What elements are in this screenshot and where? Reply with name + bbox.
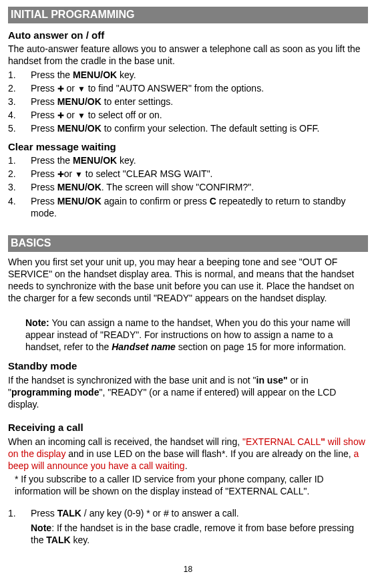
list-number: 3. <box>8 181 31 193</box>
list-item: 5. Press MENU/OK to confirm your selecti… <box>8 122 368 134</box>
note-label: Note: <box>25 317 49 328</box>
list-number: 1. <box>8 507 31 547</box>
list-text: Press MENU/OK again to confirm or press … <box>31 195 368 219</box>
para-receiving: When an incoming call is received, the h… <box>8 436 368 472</box>
plus-icon: ✚ <box>57 84 64 93</box>
list-text: Press ✚ or ▼ to find "AUTO ANSWER" from … <box>31 82 368 94</box>
para-standby: If the handset is synchronized with the … <box>8 374 368 411</box>
plus-icon: ✚ <box>57 170 64 179</box>
list-text: Press TALK / any key (0-9) * or # to ans… <box>31 507 368 547</box>
list-text: Press the MENU/OK key. <box>31 154 368 166</box>
list-text: Press the MENU/OK key. <box>31 69 368 81</box>
list-item: 1. Press the MENU/OK key. <box>8 154 368 166</box>
list-receiving: 1. Press TALK / any key (0-9) * or # to … <box>8 507 368 547</box>
list-item: 1. Press TALK / any key (0-9) * or # to … <box>8 507 368 547</box>
section-bar-initial-programming: INITIAL PROGRAMMING <box>8 7 368 23</box>
list-number: 4. <box>8 109 31 121</box>
heading-standby-mode: Standby mode <box>8 359 368 373</box>
list-auto-answer: 1. Press the MENU/OK key. 2. Press ✚ or … <box>8 69 368 135</box>
list-item: 1. Press the MENU/OK key. <box>8 69 368 81</box>
page-number: 18 <box>8 565 368 575</box>
list-item: 2. Press ✚or ▼ to select "CLEAR MSG WAIT… <box>8 168 368 180</box>
plus-icon: ✚ <box>57 111 64 120</box>
down-arrow-icon: ▼ <box>75 170 83 179</box>
list-number: 5. <box>8 122 31 134</box>
list-number: 2. <box>8 168 31 180</box>
list-text: Press MENU/OK to confirm your selection.… <box>31 122 368 134</box>
list-number: 3. <box>8 96 31 108</box>
para-basics-intro: When you first set your unit up, you may… <box>8 256 368 305</box>
para-caller-id-note: * If you subscribe to a caller ID servic… <box>15 473 368 497</box>
list-number: 2. <box>8 82 31 94</box>
list-text: Press MENU/OK to enter settings. <box>31 96 368 108</box>
down-arrow-icon: ▼ <box>77 84 85 93</box>
note-block: Note: You can assign a name to the hands… <box>25 317 368 353</box>
list-text: Press ✚or ▼ to select "CLEAR MSG WAIT". <box>31 168 368 180</box>
list-clear-message: 1. Press the MENU/OK key. 2. Press ✚or ▼… <box>8 154 368 219</box>
list-number: 1. <box>8 154 31 166</box>
list-text: Press ✚ or ▼ to select off or on. <box>31 109 368 121</box>
list-item: 2. Press ✚ or ▼ to find "AUTO ANSWER" fr… <box>8 82 368 94</box>
list-item: 4. Press ✚ or ▼ to select off or on. <box>8 109 368 121</box>
list-number: 4. <box>8 195 31 219</box>
list-item: 3. Press MENU/OK. The screen will show "… <box>8 181 368 193</box>
para-auto-answer-intro: The auto-answer feature allows you to an… <box>8 43 368 67</box>
list-text: Press MENU/OK. The screen will show "CON… <box>31 181 368 193</box>
section-bar-basics: BASICS <box>8 235 368 252</box>
heading-receiving-call: Receiving a call <box>8 421 368 434</box>
list-item: 4. Press MENU/OK again to confirm or pre… <box>8 195 368 219</box>
list-item: 3. Press MENU/OK to enter settings. <box>8 96 368 108</box>
list-number: 1. <box>8 69 31 81</box>
down-arrow-icon: ▼ <box>77 111 85 120</box>
heading-clear-message: Clear message waiting <box>8 140 368 154</box>
heading-auto-answer: Auto answer on / off <box>8 29 368 42</box>
